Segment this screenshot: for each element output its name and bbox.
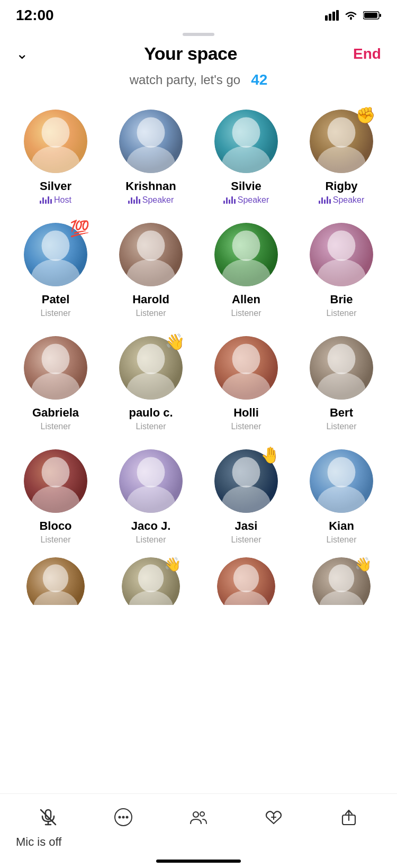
svg-point-95 [126,816,129,819]
participant-role: Listener [231,309,261,318]
people-icon [189,808,208,827]
avatar [310,336,373,400]
svg-point-93 [119,816,121,819]
signal-icon [325,10,339,21]
svg-point-70 [328,457,356,487]
svg-point-14 [137,117,165,148]
participant-jaco[interactable]: Jaco J. Listener [106,444,196,552]
status-time: 12:00 [16,7,54,24]
partial-avatar [26,557,85,605]
emoji-badge: 💯 [70,221,89,237]
end-button[interactable]: End [353,46,381,62]
svg-rect-3 [336,10,339,21]
participant-rigby[interactable]: ✊ Rigby Speaker [296,104,386,212]
svg-rect-0 [325,15,328,21]
avatar [24,336,87,400]
participant-role: Listener [136,535,166,545]
participant-bloco[interactable]: Bloco Listener [11,444,101,552]
mic-off-icon [39,808,58,827]
avatar-wrapper [24,110,87,173]
avatar [214,223,278,286]
participant-role: Listener [231,535,261,545]
partial-participant-1[interactable]: 👋 [106,552,196,605]
svg-point-66 [232,457,260,487]
avatar-wrapper [214,336,278,400]
share-button[interactable] [331,804,367,830]
svg-point-96 [193,812,198,817]
participant-bert[interactable]: Bert Listener [296,331,386,439]
svg-point-42 [42,343,70,374]
soundwave-icon [319,196,331,204]
participant-name: Rigby [325,179,357,193]
bottom-bar: Mic is off [0,793,397,868]
participant-name: Jasi [235,519,258,533]
participant-role: Listener [327,422,357,431]
home-bar [156,860,241,863]
handle-bar [0,29,397,38]
svg-point-46 [137,343,165,374]
participant-name: Bloco [39,519,71,533]
participant-role: Listener [41,422,71,431]
partial-participant-2[interactable] [201,552,291,605]
people-button[interactable] [181,804,216,830]
participants-grid: Silver Host Krishnan Speaker [0,99,397,552]
soundwave-icon [223,196,236,204]
avatar [214,336,278,400]
emoji-badge: 👋 [165,334,185,350]
partial-participant-0[interactable] [11,552,101,605]
participant-role: Host [40,195,71,205]
participant-role: Listener [231,422,261,431]
svg-point-26 [42,230,70,261]
svg-point-58 [42,457,70,487]
participant-krishnan[interactable]: Krishnan Speaker [106,104,196,212]
svg-point-94 [122,816,125,819]
participant-holli[interactable]: Holli Listener [201,331,291,439]
partial-row: 👋 [0,552,397,605]
svg-point-50 [232,343,260,374]
participant-kian[interactable]: Kian Listener [296,444,386,552]
svg-point-74 [43,564,68,592]
mic-off-label: Mic is off [0,833,397,855]
participant-paulo[interactable]: 👋 paulo c. Listener [106,331,196,439]
heart-plus-button[interactable] [256,804,292,830]
participant-name: Silver [40,179,71,193]
svg-rect-6 [364,13,377,18]
participant-gabriela[interactable]: Gabriela Listener [11,331,101,439]
participant-role: Listener [327,309,357,318]
listener-count: 42 [251,71,267,88]
avatar-wrapper [119,449,183,513]
participant-patel[interactable]: 💯 Patel Listener [11,218,101,326]
avatar [119,449,183,513]
participant-jasi[interactable]: 🤚 Jasi Listener [201,444,291,552]
svg-rect-7 [380,14,381,17]
participant-silvie[interactable]: Silvie Speaker [201,104,291,212]
participant-role: Speaker [223,195,269,205]
participant-brie[interactable]: Brie Listener [296,218,386,326]
chevron-down-icon[interactable]: ⌄ [16,45,28,62]
avatar-wrapper: 💯 [24,223,87,286]
participant-harold[interactable]: Harold Listener [106,218,196,326]
mic-button[interactable] [30,804,66,830]
wifi-icon [344,10,358,21]
participant-name: Jaco J. [131,519,171,533]
svg-point-22 [328,117,356,148]
participant-role: Listener [41,309,71,318]
svg-point-38 [328,230,356,261]
heart-plus-icon [264,808,283,827]
partial-participant-3[interactable]: 👋 [296,552,386,605]
subtitle-row: watch party, let's go 42 [0,66,397,99]
participant-name: Patel [42,293,70,306]
home-indicator [0,855,397,868]
avatar [214,110,278,173]
participant-allen[interactable]: Allen Listener [201,218,291,326]
avatar [119,223,183,286]
header: ⌄ Your space End [0,38,397,66]
svg-point-30 [137,230,165,261]
battery-icon [363,11,381,20]
participant-silver[interactable]: Silver Host [11,104,101,212]
avatar-wrapper [310,449,373,513]
participant-role: Listener [136,422,166,431]
participant-name: Gabriela [32,406,79,420]
more-button[interactable] [105,804,141,830]
svg-point-34 [232,230,260,261]
